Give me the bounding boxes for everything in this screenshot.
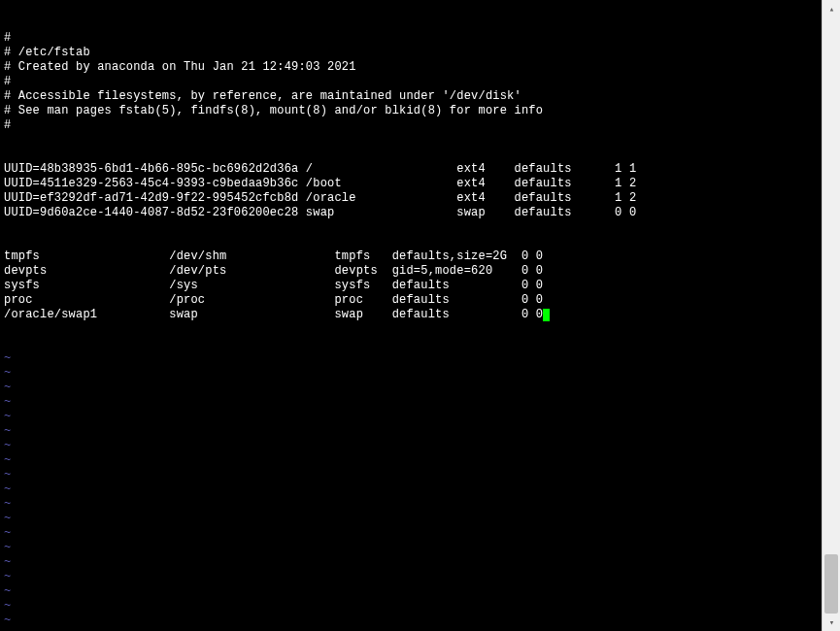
scroll-track[interactable] — [823, 17, 840, 614]
scroll-up-arrow[interactable]: ▴ — [823, 0, 840, 17]
tilde-line: ~ — [4, 351, 818, 366]
tilde-line: ~ — [4, 497, 818, 512]
comment-line: # — [4, 31, 818, 46]
scroll-thumb[interactable] — [824, 554, 838, 614]
scroll-down-arrow[interactable]: ▾ — [823, 614, 840, 631]
fstab-entry: tmpfs /dev/shm tmpfs defaults,size=2G 0 … — [4, 249, 818, 264]
empty-lines: ~~~~~~~~~~~~~~~~~~~~~~~~~~ — [4, 351, 818, 631]
tilde-line: ~ — [4, 381, 818, 395]
fstab-entry: sysfs /sys sysfs defaults 0 0 — [4, 279, 818, 293]
vertical-scrollbar[interactable]: ▴ ▾ — [822, 0, 840, 631]
tilde-line: ~ — [4, 424, 818, 439]
fstab-entry: devpts /dev/pts devpts gid=5,mode=620 0 … — [4, 264, 818, 279]
tilde-line: ~ — [4, 541, 818, 555]
fstab-entry: UUID=9d60a2ce-1440-4087-8d52-23f06200ec2… — [4, 206, 818, 220]
tilde-line: ~ — [4, 599, 818, 614]
tilde-line: ~ — [4, 526, 818, 541]
terminal-editor[interactable]: ## /etc/fstab# Created by anaconda on Th… — [0, 0, 822, 631]
tilde-line: ~ — [4, 555, 818, 570]
fstab-comments: ## /etc/fstab# Created by anaconda on Th… — [4, 31, 818, 133]
tilde-line: ~ — [4, 512, 818, 526]
fstab-entry: UUID=ef3292df-ad71-42d9-9f22-995452cfcb8… — [4, 191, 818, 206]
fstab-entry: UUID=4511e329-2563-45c4-9393-c9bedaa9b36… — [4, 177, 818, 191]
fstab-pseudo-entries: tmpfs /dev/shm tmpfs defaults,size=2G 0 … — [4, 249, 818, 322]
tilde-line: ~ — [4, 410, 818, 424]
comment-line: # Accessible filesystems, by reference, … — [4, 89, 818, 104]
tilde-line: ~ — [4, 395, 818, 410]
comment-line: # Created by anaconda on Thu Jan 21 12:4… — [4, 60, 818, 75]
tilde-line: ~ — [4, 468, 818, 482]
fstab-entry: /oracle/swap1 swap swap defaults 0 0 — [4, 308, 818, 322]
cursor — [543, 309, 550, 321]
tilde-line: ~ — [4, 366, 818, 381]
comment-line: # See man pages fstab(5), findfs(8), mou… — [4, 104, 818, 118]
comment-line: # — [4, 118, 818, 133]
tilde-line: ~ — [4, 614, 818, 628]
fstab-entry: proc /proc proc defaults 0 0 — [4, 293, 818, 308]
tilde-line: ~ — [4, 453, 818, 468]
tilde-line: ~ — [4, 439, 818, 453]
tilde-line: ~ — [4, 482, 818, 497]
comment-line: # /etc/fstab — [4, 46, 818, 60]
tilde-line: ~ — [4, 570, 818, 584]
comment-line: # — [4, 75, 818, 89]
fstab-entry: UUID=48b38935-6bd1-4b66-895c-bc6962d2d36… — [4, 162, 818, 177]
tilde-line: ~ — [4, 584, 818, 599]
fstab-uuid-entries: UUID=48b38935-6bd1-4b66-895c-bc6962d2d36… — [4, 162, 818, 220]
